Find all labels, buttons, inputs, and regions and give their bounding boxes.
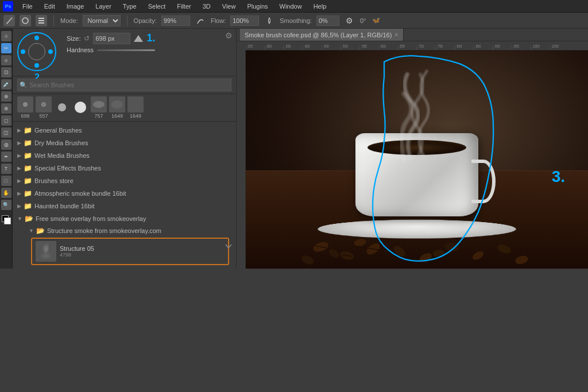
- coffee-beans: [246, 181, 588, 269]
- eyedropper-tool[interactable]: 💉: [1, 79, 11, 90]
- clone-tool[interactable]: ⊗: [1, 103, 11, 114]
- lasso-tool[interactable]: ⌾: [1, 55, 11, 65]
- menu-image[interactable]: Image: [64, 2, 87, 11]
- preset-item-3[interactable]: [72, 99, 88, 116]
- brush-group-special-header[interactable]: ▶ 📁 Special Effects Brushes: [13, 162, 236, 174]
- brush-tool-icon[interactable]: [3, 15, 15, 26]
- dodge-tool[interactable]: ◍: [1, 139, 11, 150]
- brush-group-atmospheric-header[interactable]: ▶ 📁 Atmospheric smoke bundle 16bit: [13, 187, 236, 200]
- brush-group-dry-label: Dry Media Brushes: [34, 139, 88, 146]
- eraser-tool[interactable]: ◻: [1, 115, 11, 126]
- tab-label: Smoke brush cofee.psd @ 86,5% (Layer 1, …: [245, 32, 392, 38]
- svg-point-56: [471, 250, 485, 262]
- size-value-input[interactable]: [93, 33, 130, 44]
- brush-group-haunted-header[interactable]: ▶ 📁 Haunted bundle 16bit: [13, 200, 236, 212]
- brush-group-store-header[interactable]: ▶ 📁 Brushes store: [13, 174, 236, 187]
- app-logo: Ps: [3, 1, 13, 11]
- svg-rect-4: [38, 22, 44, 24]
- crosshair-right: [48, 49, 53, 54]
- opacity-input[interactable]: [161, 15, 190, 26]
- menu-help[interactable]: Help: [311, 2, 329, 11]
- hardness-slider[interactable]: [97, 49, 155, 51]
- smoothing-options-icon[interactable]: ⚙: [344, 15, 355, 26]
- angle-label: 0°: [360, 17, 366, 24]
- brush-item-structure05[interactable]: Structure 05 4798: [31, 238, 229, 265]
- preset-item-1[interactable]: 557: [36, 96, 52, 119]
- search-area: 🔍: [13, 76, 236, 94]
- brush-preset-icon[interactable]: [20, 15, 31, 26]
- hand-tool[interactable]: ✋: [1, 188, 11, 198]
- brush-item-structure05-name: Structure 05: [60, 245, 94, 252]
- brush-group-atmospheric: ▶ 📁 Atmospheric smoke bundle 16bit: [13, 187, 236, 200]
- preset-item-5[interactable]: 1649: [109, 96, 125, 119]
- preset-item-4[interactable]: 757: [91, 96, 107, 119]
- svg-text:550: 550: [362, 44, 367, 48]
- svg-text:850: 850: [476, 44, 481, 48]
- brush-circle-preview: [17, 32, 56, 71]
- preset-item-0[interactable]: 698: [17, 96, 33, 119]
- brush-group-wet-header[interactable]: ▶ 📁 Wet Media Brushes: [13, 149, 236, 162]
- preset-icon-3: [72, 99, 88, 115]
- svg-text:900: 900: [495, 44, 500, 48]
- brush-group-store: ▶ 📁 Brushes store: [13, 174, 236, 187]
- brush-group-smoke-header[interactable]: ▼ 📂 Free smoke overlay from smokeoverlay: [13, 212, 236, 225]
- brush-group-atmospheric-label: Atmospheric smoke bundle 16bit: [34, 190, 126, 197]
- expand-panel-btn[interactable]: [225, 242, 233, 251]
- mode-select[interactable]: Normal: [83, 15, 121, 26]
- opacity-airbrush-icon[interactable]: [195, 15, 206, 26]
- reset-size-icon[interactable]: ↺: [84, 34, 90, 42]
- canvas-view[interactable]: 3.: [246, 51, 588, 269]
- menu-plugins[interactable]: Plugins: [245, 2, 270, 11]
- svg-text:450: 450: [324, 44, 329, 48]
- foreground-background-colors[interactable]: [2, 215, 11, 224]
- search-icon: 🔍: [20, 81, 28, 89]
- brush-tool[interactable]: ✏: [1, 43, 11, 53]
- menu-view[interactable]: View: [220, 2, 238, 11]
- steam-wisps: [366, 68, 469, 166]
- flow-icon[interactable]: [264, 15, 275, 26]
- crop-tool[interactable]: ⊡: [1, 67, 11, 77]
- preset-item-2[interactable]: [54, 99, 70, 116]
- menu-layer[interactable]: Layer: [93, 2, 114, 11]
- brush-group-dry-header[interactable]: ▶ 📁 Dry Media Brushes: [13, 137, 236, 149]
- menu-bar: Ps File Edit Image Layer Type Select Fil…: [0, 0, 588, 13]
- brush-options-icon[interactable]: [36, 15, 47, 26]
- brush-subgroup-structure-label: Structure smoke from smokeoverlay.com: [47, 227, 161, 234]
- svg-text:500: 500: [343, 44, 348, 48]
- folder-special-icon: 📁: [24, 164, 32, 172]
- type-tool[interactable]: T: [1, 164, 11, 174]
- menu-select[interactable]: Select: [146, 2, 168, 11]
- svg-point-0: [10, 17, 13, 20]
- zoom-tool[interactable]: 🔍: [1, 200, 11, 210]
- preset-label-5: 1649: [111, 113, 123, 119]
- menu-file[interactable]: File: [20, 2, 35, 11]
- brush-item-structure05-size: 4798: [60, 252, 94, 258]
- shape-tool[interactable]: □: [1, 176, 11, 186]
- smoothing-input[interactable]: [316, 15, 339, 26]
- svg-point-58: [514, 254, 529, 265]
- panel-settings-gear[interactable]: ⚙: [225, 31, 233, 40]
- menu-type[interactable]: Type: [121, 2, 139, 11]
- pen-tool[interactable]: ✒: [1, 152, 11, 162]
- menu-filter[interactable]: Filter: [175, 2, 193, 11]
- tab-close-btn[interactable]: ✕: [394, 32, 399, 38]
- brush-group-general-header[interactable]: ▶ 📁 General Brushes: [13, 124, 236, 137]
- menu-3d[interactable]: 3D: [200, 2, 213, 11]
- hardness-label: Hardness: [67, 46, 94, 53]
- menu-edit[interactable]: Edit: [42, 2, 57, 11]
- search-brushes-input[interactable]: [17, 79, 231, 91]
- folder-wet-icon: 📁: [24, 152, 32, 160]
- brush-subgroup-structure-header[interactable]: ▼ 📂 Structure smoke from smokeoverlay.co…: [24, 225, 236, 236]
- symmetry-icon[interactable]: 🦋: [370, 15, 382, 26]
- flow-input[interactable]: [230, 15, 259, 26]
- crosshair-top: [34, 36, 39, 40]
- tab-smoke-brush[interactable]: Smoke brush cofee.psd @ 86,5% (Layer 1, …: [240, 29, 404, 41]
- svg-point-57: [496, 243, 512, 255]
- svg-point-6: [111, 100, 123, 108]
- gradient-tool[interactable]: ◫: [1, 127, 11, 138]
- move-tool[interactable]: ⊹: [1, 31, 11, 41]
- heal-tool[interactable]: ⊕: [1, 91, 11, 102]
- canvas-background: 3.: [246, 51, 588, 269]
- preset-item-6[interactable]: 1649: [127, 96, 144, 119]
- menu-window[interactable]: Window: [277, 2, 304, 11]
